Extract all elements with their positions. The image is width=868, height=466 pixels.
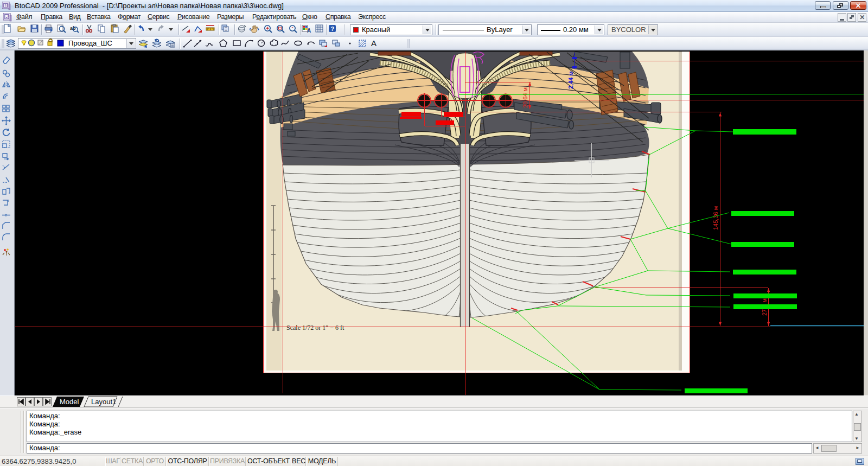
- svg-text:B: B: [5, 14, 9, 20]
- svg-text:Layout1: Layout1: [91, 398, 116, 406]
- svg-text:20,64 м: 20,64 м: [522, 87, 528, 108]
- svg-text:A: A: [371, 39, 376, 48]
- svg-text:2,44 м: 2,44 м: [567, 71, 574, 89]
- svg-text:B: B: [4, 3, 8, 8]
- svg-text:Model: Model: [60, 398, 79, 406]
- svg-text:Scale 1/72 or 1″ = 6 ft: Scale 1/72 or 1″ = 6 ft: [286, 324, 344, 331]
- svg-text:?: ?: [331, 25, 335, 32]
- svg-text:A: A: [307, 28, 311, 34]
- svg-text:145,36 м: 145,36 м: [712, 206, 719, 230]
